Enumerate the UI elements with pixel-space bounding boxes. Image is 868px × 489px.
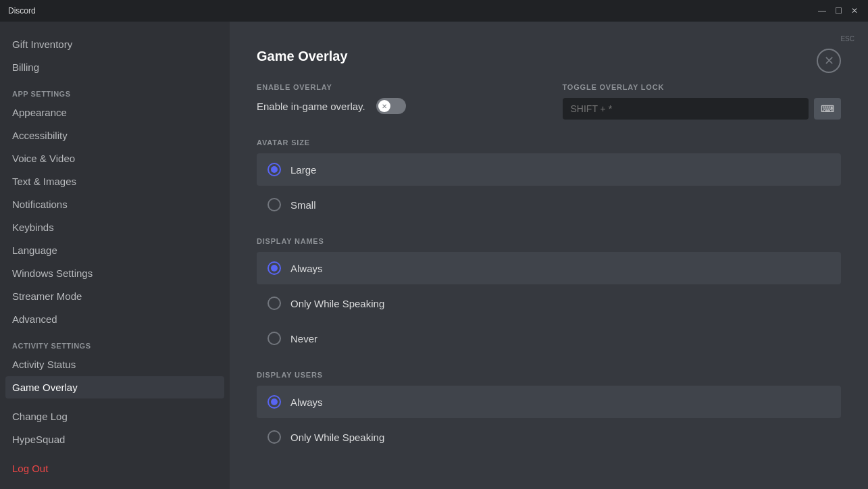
sidebar-item-advanced[interactable]: Advanced [5, 308, 224, 330]
display-users-speaking-label: Only While Speaking [290, 432, 384, 443]
maximize-button[interactable]: ☐ [833, 5, 844, 16]
sidebar-item-notifications[interactable]: Notifications [5, 193, 224, 215]
display-names-speaking-label: Only While Speaking [290, 298, 384, 309]
display-users-speaking-radio [267, 430, 281, 444]
title-bar: Discord — ☐ ✕ [0, 0, 868, 22]
minimize-button[interactable]: — [817, 5, 827, 16]
avatar-size-large-option[interactable]: Large [257, 153, 841, 186]
sidebar-item-game-overlay[interactable]: Game Overlay [5, 376, 224, 398]
sidebar-item-language[interactable]: Language [5, 239, 224, 261]
sidebar-item-change-log[interactable]: Change Log [5, 405, 224, 428]
sidebar: Gift Inventory Billing APP SETTINGS Appe… [0, 22, 230, 489]
activity-settings-label: ACTIVITY SETTINGS [5, 331, 224, 353]
sidebar-item-hypesquad[interactable]: HypeSquad [5, 428, 224, 451]
display-names-speaking-radio [267, 297, 281, 310]
display-names-always-radio [267, 261, 281, 275]
display-names-speaking-option[interactable]: Only While Speaking [257, 287, 841, 319]
sidebar-item-text-images[interactable]: Text & Images [5, 170, 224, 192]
display-names-never-radio [267, 332, 281, 345]
close-button[interactable]: ✕ [817, 49, 841, 73]
app-title: Discord [8, 6, 36, 16]
display-names-never-option[interactable]: Never [257, 322, 841, 355]
display-names-always-label: Always [290, 263, 323, 274]
display-users-always-label: Always [290, 396, 323, 408]
page-title: Game Overlay [257, 49, 841, 64]
display-names-always-option[interactable]: Always [257, 252, 841, 284]
sidebar-item-appearance[interactable]: Appearance [5, 101, 224, 124]
enable-overlay-toggle[interactable]: ✕ [376, 98, 406, 114]
avatar-size-small-option[interactable]: Small [257, 188, 841, 221]
esc-label: ESC [840, 35, 854, 43]
display-users-speaking-option[interactable]: Only While Speaking [257, 421, 841, 453]
keybind-input[interactable] [563, 98, 809, 120]
display-users-always-option[interactable]: Always [257, 386, 841, 418]
sidebar-item-activity-status[interactable]: Activity Status [5, 353, 224, 376]
sidebar-item-gift-inventory[interactable]: Gift Inventory [5, 33, 224, 55]
sidebar-item-streamer-mode[interactable]: Streamer Mode [5, 285, 224, 307]
avatar-large-radio [267, 163, 281, 176]
avatar-small-radio [267, 198, 281, 211]
display-users-label: DISPLAY USERS [257, 371, 841, 379]
app-settings-label: APP SETTINGS [5, 79, 224, 101]
window-close-button[interactable]: ✕ [849, 5, 860, 16]
sidebar-item-keybinds[interactable]: Keybinds [5, 216, 224, 238]
content-area: ✕ ESC Game Overlay ENABLE OVERLAY Enable… [230, 22, 868, 489]
display-names-label: DISPLAY NAMES [257, 237, 841, 245]
sidebar-item-voice-video[interactable]: Voice & Video [5, 147, 224, 170]
avatar-size-label: AVATAR SIZE [257, 138, 841, 147]
avatar-large-label: Large [290, 164, 316, 176]
enable-ingame-label: Enable in-game overlay. [257, 101, 365, 112]
display-users-always-radio [267, 395, 281, 409]
sidebar-item-accessibility[interactable]: Accessibility [5, 124, 224, 147]
keyboard-icon-button[interactable]: ⌨ [814, 98, 841, 120]
app-body: Gift Inventory Billing APP SETTINGS Appe… [0, 22, 868, 489]
keyboard-icon: ⌨ [821, 103, 834, 114]
display-names-never-label: Never [290, 333, 317, 344]
enable-overlay-label: ENABLE OVERLAY [257, 83, 536, 91]
window-controls: — ☐ ✕ [817, 5, 860, 16]
sidebar-item-billing[interactable]: Billing [5, 56, 224, 78]
avatar-small-label: Small [290, 199, 316, 211]
toggle-overlay-lock-label: TOGGLE OVERLAY LOCK [563, 83, 842, 91]
sidebar-item-windows-settings[interactable]: Windows Settings [5, 262, 224, 284]
logout-button[interactable]: Log Out [5, 457, 224, 480]
